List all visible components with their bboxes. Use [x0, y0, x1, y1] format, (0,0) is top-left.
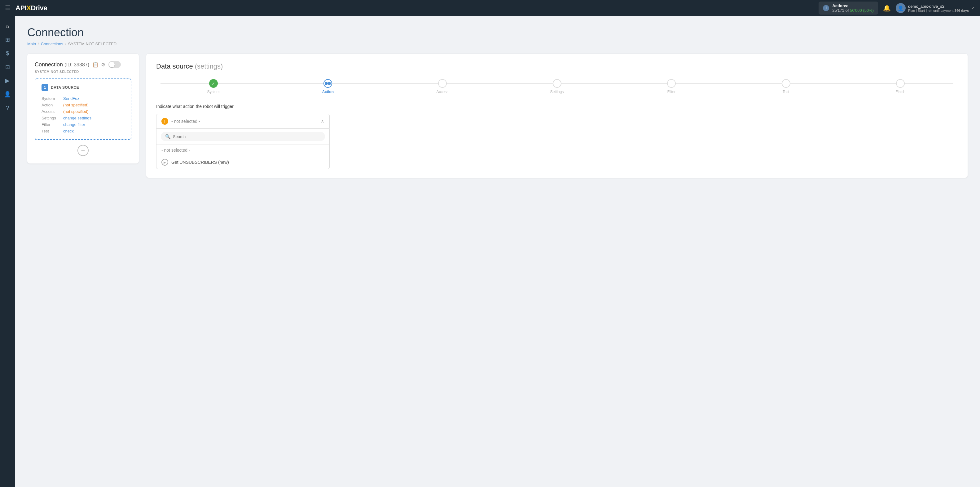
ds-label-action: Action [41, 102, 63, 108]
table-row: Settings change settings [41, 115, 124, 121]
step-system[interactable]: ✓ System [156, 79, 271, 94]
chevron-up-icon: ∧ [321, 118, 325, 125]
dropdown-search: 🔍 [156, 129, 329, 145]
avatar: 👤 [896, 3, 906, 13]
step-access[interactable]: Access [385, 79, 500, 94]
page-title: Connection [27, 26, 967, 39]
sidebar-item-billing[interactable]: $ [1, 47, 14, 59]
step-label-filter: Filter [667, 89, 676, 94]
sidebar-item-tools[interactable]: ⊡ [1, 61, 14, 73]
datasource-table: System SendFox Action (not specified) Ac… [41, 95, 124, 134]
step-label-action: Action [322, 89, 334, 94]
copy-icon[interactable]: 📋 [92, 62, 99, 68]
datasource-badge: 1 [41, 84, 48, 91]
warn-icon: ! [161, 118, 168, 125]
step-circle-finish [896, 79, 905, 88]
dropdown-option-not-selected[interactable]: - not selected - [156, 145, 329, 156]
datasource-title: DATA SOURCE [51, 85, 79, 89]
play-icon: ▶ [161, 159, 168, 166]
step-label-system: System [207, 89, 220, 94]
system-not-selected-label: SYSTEM NOT SELECTED [35, 70, 131, 73]
settings-subtitle: (settings) [195, 62, 223, 70]
right-panel: Data source (settings) ✓ System Action [146, 54, 967, 178]
step-circle-access [438, 79, 447, 88]
main-content: Connection Main / Connections / SYSTEM N… [15, 16, 980, 487]
settings-icon[interactable]: ⚙ [101, 62, 105, 68]
datasource-card: 1 DATA SOURCE System SendFox Action (not… [35, 78, 131, 140]
connection-title: Connection (ID: 39387) [35, 61, 89, 68]
sidebar-item-help[interactable]: ? [1, 102, 14, 114]
hamburger-menu[interactable]: ☰ [5, 4, 11, 12]
sidebar-item-user[interactable]: 👤 [1, 88, 14, 101]
breadcrumb-sep2: / [65, 42, 66, 46]
ds-value-access[interactable]: (not specified) [63, 108, 124, 115]
main-layout: ⌂ ⊞ $ ⊡ ▶ 👤 ? Connection Main / Connecti… [0, 16, 980, 487]
bell-icon[interactable]: 🔔 [883, 4, 891, 12]
breadcrumb: Main / Connections / SYSTEM NOT SELECTED [27, 42, 967, 46]
table-row: Filter change filter [41, 121, 124, 128]
sidebar: ⌂ ⊞ $ ⊡ ▶ 👤 ? [0, 16, 15, 487]
breadcrumb-connections[interactable]: Connections [41, 42, 63, 46]
search-box: 🔍 [161, 132, 325, 141]
table-row: Action (not specified) [41, 102, 124, 108]
step-test[interactable]: Test [729, 79, 843, 94]
dropdown-panel: 🔍 - not selected - ▶ Get UNSUBSCRIBERS (… [156, 129, 330, 169]
step-label-access: Access [437, 89, 449, 94]
step-circle-settings [553, 79, 562, 88]
actions-percent: (50%) [863, 8, 874, 13]
ds-value-test[interactable]: check [63, 128, 124, 134]
stepper: ✓ System Action Access [156, 79, 958, 94]
ds-value-settings[interactable]: change settings [63, 115, 124, 121]
connection-toggle[interactable] [108, 61, 121, 68]
breadcrumb-main[interactable]: Main [27, 42, 36, 46]
search-icon: 🔍 [165, 134, 170, 139]
dropdown-placeholder: - not selected - [171, 119, 318, 124]
step-circle-system: ✓ [209, 79, 218, 88]
table-row: Access (not specified) [41, 108, 124, 115]
ds-value-system[interactable]: SendFox [63, 95, 124, 102]
table-row: Test check [41, 128, 124, 134]
actions-counter-box: i Actions: 25'171 of 50'000 (50%) [819, 2, 878, 14]
step-circle-test [782, 79, 791, 88]
logo: APIXDrive [16, 4, 47, 12]
left-panel-header: Connection (ID: 39387) 📋 ⚙ [35, 61, 131, 68]
ds-label-settings: Settings [41, 115, 63, 121]
step-settings[interactable]: Settings [500, 79, 614, 94]
ds-label-filter: Filter [41, 121, 63, 128]
ds-label-access: Access [41, 108, 63, 115]
breadcrumb-sep1: / [38, 42, 39, 46]
ds-value-action[interactable]: (not specified) [63, 102, 124, 108]
dropdown-trigger[interactable]: ! - not selected - ∧ [156, 114, 330, 129]
action-dropdown: ! - not selected - ∧ 🔍 - not selected - [156, 114, 330, 169]
add-datasource-button[interactable]: + [78, 145, 89, 156]
ds-label-system: System [41, 95, 63, 102]
step-action[interactable]: Action [271, 79, 385, 94]
plan-text: Plan | Start | left until payment 346 da… [908, 9, 969, 13]
actions-info-icon: i [823, 5, 829, 11]
actions-of: of [846, 8, 850, 13]
step-filter[interactable]: Filter [614, 79, 729, 94]
search-input[interactable] [173, 134, 321, 139]
user-info: demo_apix-drive_s2 Plan | Start | left u… [908, 4, 969, 13]
panels-row: Connection (ID: 39387) 📋 ⚙ SYSTEM NOT SE… [27, 54, 967, 178]
top-navigation: ☰ APIXDrive i Actions: 25'171 of 50'000 … [0, 0, 980, 16]
header-icons: 📋 ⚙ [92, 62, 105, 68]
sidebar-item-home[interactable]: ⌂ [1, 20, 14, 32]
actions-used: 25'171 [832, 8, 844, 13]
step-label-finish: Finish [896, 89, 905, 94]
datasource-card-header: 1 DATA SOURCE [41, 84, 124, 91]
ds-value-filter[interactable]: change filter [63, 121, 124, 128]
actions-total: 50'000 [850, 8, 862, 13]
right-panel-title: Data source (settings) [156, 62, 958, 70]
dropdown-option-get-unsubscribers[interactable]: ▶ Get UNSUBSCRIBERS (new) [156, 156, 329, 169]
ds-label-test: Test [41, 128, 63, 134]
table-row: System SendFox [41, 95, 124, 102]
sidebar-item-video[interactable]: ▶ [1, 75, 14, 87]
step-label-settings: Settings [550, 89, 563, 94]
actions-text: Actions: 25'171 of 50'000 (50%) [832, 3, 874, 13]
sidebar-item-connections[interactable]: ⊞ [1, 34, 14, 46]
user-menu[interactable]: 👤 demo_apix-drive_s2 Plan | Start | left… [896, 3, 975, 13]
step-label-test: Test [783, 89, 789, 94]
step-finish[interactable]: Finish [843, 79, 958, 94]
user-name: demo_apix-drive_s2 [908, 4, 969, 9]
